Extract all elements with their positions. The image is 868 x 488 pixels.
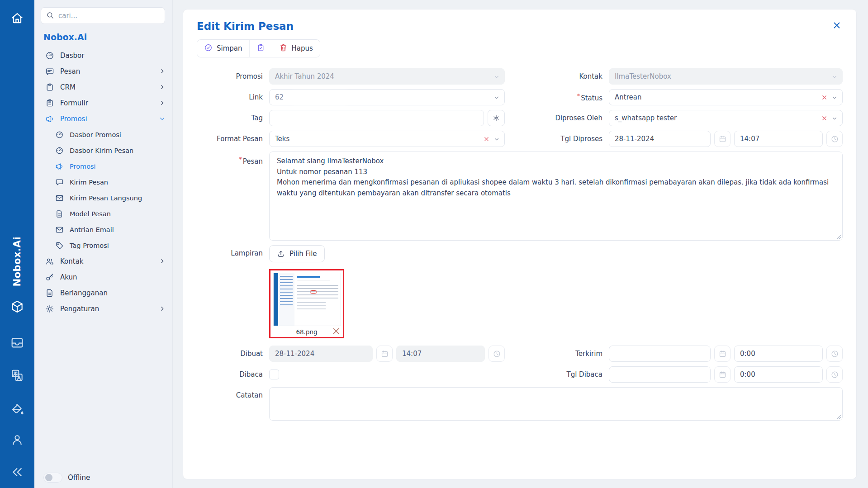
- collapse-icon[interactable]: [10, 465, 24, 479]
- delete-button[interactable]: Hapus: [272, 40, 320, 57]
- tag-input[interactable]: [269, 110, 484, 126]
- clear-icon[interactable]: [821, 94, 828, 101]
- home-icon[interactable]: [10, 11, 24, 25]
- main-area: Edit Kirim Pesan Simpan Hapus: [173, 0, 868, 488]
- chevron-down-icon: [831, 95, 838, 101]
- kontak-select[interactable]: IlmaTesterNobox: [609, 68, 843, 85]
- translate-icon[interactable]: [10, 368, 24, 383]
- sidebar-item-antrian-email[interactable]: Antrian Email: [34, 222, 172, 237]
- clock-icon[interactable]: [826, 131, 843, 147]
- sidebar-item-formulir[interactable]: Formulir: [34, 95, 172, 111]
- save-button[interactable]: Simpan: [197, 40, 250, 57]
- promosi-select[interactable]: Akhir Tahun 2024: [269, 68, 505, 85]
- pesan-label: *Pesan: [197, 152, 269, 166]
- mini-main: [294, 273, 341, 326]
- attachment-preview-image: [273, 273, 341, 326]
- diproses-oleh-value: s_whatsapp tester: [615, 114, 677, 122]
- close-icon[interactable]: [832, 20, 843, 31]
- format-pesan-select[interactable]: Teks: [269, 131, 505, 147]
- sidebar-item-model-pesan[interactable]: Model Pesan: [34, 206, 172, 222]
- catatan-textarea[interactable]: [269, 387, 843, 421]
- sidebar-item-dasbor[interactable]: Dasbor: [34, 47, 172, 63]
- tag-icon: [55, 241, 64, 250]
- sidebar-item-kirim-pesan[interactable]: Kirim Pesan: [34, 174, 172, 190]
- delete-label: Hapus: [292, 44, 313, 52]
- document-icon: [45, 289, 54, 298]
- calendar-icon[interactable]: [714, 346, 730, 362]
- sidebar-item-pesan[interactable]: Pesan: [34, 63, 172, 79]
- clear-icon[interactable]: [483, 136, 490, 142]
- offline-toggle[interactable]: [43, 473, 62, 483]
- document-icon: [55, 209, 64, 218]
- box-icon[interactable]: [10, 299, 24, 314]
- sidebar-item-kirim-pesan-langsung[interactable]: Kirim Pesan Langsung: [34, 190, 172, 206]
- edit-kirim-pesan-panel: Edit Kirim Pesan Simpan Hapus: [183, 9, 857, 479]
- people-icon: [45, 257, 54, 266]
- sidebar-item-label: Pesan: [60, 67, 80, 76]
- tgl-dibaca-time-input[interactable]: [734, 366, 823, 383]
- sidebar-item-pengaturan[interactable]: Pengaturan: [34, 301, 172, 317]
- clipboard-check-icon: [256, 43, 265, 54]
- chevron-right-icon: [159, 100, 165, 106]
- sidebar-item-label: Dasbor Promosi: [70, 131, 121, 138]
- clear-icon[interactable]: [821, 115, 828, 122]
- attachment-thumbnail[interactable]: 68.png: [269, 269, 344, 338]
- tgl-dibaca-label: Tgl Dibaca: [536, 370, 609, 379]
- message-icon: [45, 67, 54, 76]
- remove-attachment-icon[interactable]: [332, 327, 340, 335]
- sidebar-item-label: Model Pesan: [70, 210, 111, 218]
- left-rail: Nobox.Ai: [0, 0, 34, 488]
- dashboard-icon: [45, 51, 54, 60]
- sidebar-item-dasbor-promosi[interactable]: Dasbor Promosi: [34, 127, 172, 142]
- sidebar-item-label: Kontak: [60, 257, 84, 265]
- user-icon[interactable]: [10, 432, 24, 447]
- pesan-textarea[interactable]: Selamat siang IlmaTesterNobox Untuk nomo…: [269, 152, 843, 241]
- sidebar-item-akun[interactable]: Akun: [34, 269, 172, 285]
- promosi-label: Promosi: [197, 72, 269, 81]
- inbox-icon[interactable]: [10, 336, 24, 350]
- tgl-dibaca-date-input[interactable]: [609, 366, 711, 383]
- calendar-icon[interactable]: [714, 366, 730, 383]
- sidebar-item-promosi-sub[interactable]: Promosi: [34, 158, 172, 174]
- clock-icon[interactable]: [826, 346, 843, 362]
- status-value: Antrean: [615, 93, 641, 101]
- sidebar-item-berlangganan[interactable]: Berlangganan: [34, 285, 172, 301]
- status-label: *Status: [536, 92, 609, 102]
- status-select[interactable]: Antrean: [609, 89, 843, 105]
- sidebar-item-dasbor-kirim-pesan[interactable]: Dasbor Kirim Pesan: [34, 142, 172, 158]
- sidebar-item-tag-promosi[interactable]: Tag Promosi: [34, 237, 172, 253]
- terkirim-time-input[interactable]: [734, 346, 823, 362]
- sidebar-item-label: Formulir: [60, 99, 88, 107]
- format-pesan-value: Teks: [275, 135, 289, 143]
- toolbar: Simpan Hapus: [197, 39, 320, 57]
- sidebar-item-kontak[interactable]: Kontak: [34, 253, 172, 269]
- dibaca-checkbox[interactable]: [269, 370, 279, 379]
- terkirim-date-input[interactable]: [609, 346, 711, 362]
- promosi-value: Akhir Tahun 2024: [275, 72, 334, 81]
- tgl-diproses-date-input[interactable]: [609, 131, 711, 147]
- asterisk-button[interactable]: [488, 110, 505, 126]
- sidebar-item-label: Promosi: [70, 163, 96, 170]
- sidebar-item-label: Berlangganan: [60, 289, 108, 297]
- pilih-file-button[interactable]: Pilih File: [269, 245, 325, 262]
- search-input[interactable]: [41, 7, 165, 24]
- sidebar-item-crm[interactable]: CRM: [34, 79, 172, 95]
- clock-icon[interactable]: [826, 366, 843, 383]
- dashboard-icon: [55, 130, 64, 139]
- tgl-diproses-time-input[interactable]: [734, 131, 823, 147]
- chevron-down-icon: [493, 136, 500, 142]
- sidebar-item-promosi[interactable]: Promosi: [34, 111, 172, 127]
- copy-button[interactable]: [250, 40, 272, 57]
- search-icon: [46, 11, 54, 19]
- diproses-oleh-select[interactable]: s_whatsapp tester: [609, 110, 843, 126]
- paint-bucket-icon[interactable]: [10, 402, 24, 416]
- chevron-right-icon: [159, 258, 165, 264]
- app-root: Nobox.Ai Nobox.Ai: [0, 0, 868, 488]
- calendar-icon[interactable]: [714, 131, 730, 147]
- chevron-down-icon: [159, 116, 165, 122]
- required-asterisk: *: [577, 92, 580, 99]
- envelope-icon: [55, 194, 64, 202]
- chat-bubble-icon: [55, 178, 64, 186]
- link-select[interactable]: 62: [269, 89, 505, 105]
- sidebar-item-label: Dasbor: [60, 52, 84, 60]
